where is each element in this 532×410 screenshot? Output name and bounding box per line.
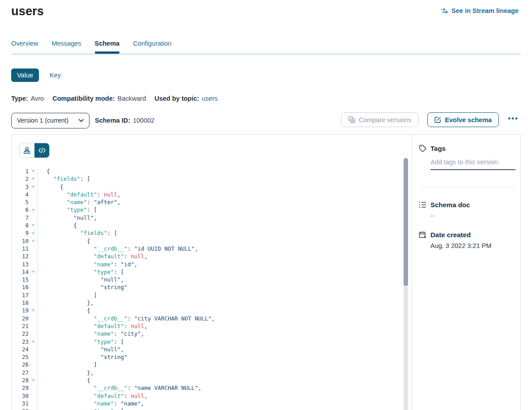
tag-icon bbox=[419, 145, 426, 152]
fold-arrow-icon[interactable] bbox=[31, 209, 35, 211]
code-text: { bbox=[38, 222, 77, 229]
topic-link[interactable]: users bbox=[202, 95, 217, 102]
code-lines: 1{2 "fields": [3 {4 "default": null,5 "n… bbox=[12, 167, 411, 410]
code-text: "name": "city", bbox=[38, 330, 144, 337]
line-number: 11 bbox=[12, 245, 29, 252]
code-line: 8 { bbox=[12, 222, 411, 229]
schema-id: Schema ID: 100002 bbox=[95, 117, 154, 124]
line-number: 28 bbox=[12, 376, 29, 384]
line-number: 24 bbox=[12, 346, 29, 353]
tab-configuration[interactable]: Configuration bbox=[133, 40, 171, 53]
fold-toggle[interactable] bbox=[29, 237, 38, 245]
line-number: 10 bbox=[12, 237, 29, 245]
line-number: 29 bbox=[12, 384, 29, 392]
sidebar-divider bbox=[419, 187, 515, 187]
line-number: 32 bbox=[12, 407, 29, 410]
fold-toggle[interactable] bbox=[29, 175, 38, 183]
stream-lineage-link[interactable]: See in Stream lineage bbox=[441, 7, 519, 14]
line-number: 14 bbox=[12, 268, 29, 276]
tab-schema[interactable]: Schema bbox=[95, 40, 120, 53]
fold-toggle[interactable] bbox=[29, 338, 38, 346]
version-select[interactable]: Version 1 (current) bbox=[11, 113, 89, 128]
fold-toggle[interactable] bbox=[29, 206, 38, 214]
compare-versions-label: Compare versions bbox=[359, 116, 412, 124]
fold-toggle[interactable] bbox=[29, 229, 38, 237]
tabs-underline bbox=[11, 53, 521, 55]
type-meta: Type: Avro bbox=[11, 95, 44, 102]
fold-gutter bbox=[29, 322, 38, 330]
fold-toggle[interactable] bbox=[29, 183, 38, 191]
line-number: 5 bbox=[12, 198, 29, 206]
more-actions-button[interactable]: ••• bbox=[508, 115, 519, 125]
fold-arrow-icon[interactable] bbox=[31, 379, 35, 381]
evolve-schema-label: Evolve schema bbox=[445, 116, 492, 124]
tab-messages[interactable]: Messages bbox=[51, 40, 81, 53]
code-line: 29 "__crdb__": "name VARCHAR NULL", bbox=[12, 384, 411, 392]
code-text: "default": null, bbox=[38, 392, 148, 400]
fold-toggle[interactable] bbox=[29, 307, 38, 314]
fold-arrow-icon[interactable] bbox=[31, 186, 35, 188]
code-text: "fields": [ bbox=[38, 175, 90, 183]
code-view-button[interactable] bbox=[34, 143, 49, 158]
fold-toggle[interactable] bbox=[29, 167, 38, 175]
line-number: 15 bbox=[12, 276, 29, 283]
fold-toggle[interactable] bbox=[29, 376, 38, 384]
code-text: "__crdb__": "city VARCHAR NOT NULL", bbox=[38, 315, 215, 322]
fold-gutter bbox=[29, 291, 38, 299]
fold-arrow-icon[interactable] bbox=[31, 224, 35, 226]
line-number: 2 bbox=[12, 175, 29, 183]
schema-id-value: 100002 bbox=[133, 117, 154, 124]
line-number: 20 bbox=[12, 315, 29, 322]
code-text: "string" bbox=[38, 353, 128, 361]
evolve-schema-icon bbox=[434, 116, 441, 123]
fold-toggle[interactable] bbox=[29, 222, 38, 229]
line-number: 26 bbox=[12, 361, 29, 368]
type-label: Type: bbox=[11, 95, 28, 102]
fold-toggle[interactable] bbox=[29, 407, 38, 410]
fold-arrow-icon[interactable] bbox=[31, 271, 35, 273]
fold-arrow-icon[interactable] bbox=[31, 309, 35, 312]
code-line: 28 { bbox=[12, 376, 411, 384]
tab-overview[interactable]: Overview bbox=[11, 40, 38, 53]
code-text: "type": [ bbox=[38, 268, 124, 276]
code-line: 22 "name": "city", bbox=[12, 330, 411, 337]
code-text: "default": null, bbox=[38, 322, 148, 330]
tab-bar: Overview Messages Schema Configuration bbox=[0, 40, 532, 53]
fold-gutter bbox=[29, 252, 38, 260]
fold-arrow-icon[interactable] bbox=[31, 240, 35, 242]
code-line: 11 "__crdb__": "id UUID NOT NULL", bbox=[12, 245, 411, 252]
code-scrollbar-track[interactable] bbox=[404, 158, 408, 410]
value-toggle-button[interactable]: Value bbox=[11, 68, 39, 82]
code-line: 24 "null", bbox=[12, 346, 411, 353]
fold-arrow-icon[interactable] bbox=[31, 170, 35, 172]
code-scrollbar-thumb[interactable] bbox=[404, 158, 408, 286]
add-tags-input[interactable] bbox=[430, 158, 515, 170]
code-line: 21 "default": null, bbox=[12, 322, 411, 330]
key-toggle-button[interactable]: Key bbox=[50, 72, 61, 79]
fold-gutter bbox=[29, 384, 38, 392]
code-line: 30 "default": null, bbox=[12, 392, 411, 400]
code-line: 25 "string" bbox=[12, 353, 411, 361]
tree-view-button[interactable] bbox=[20, 143, 34, 158]
line-number: 27 bbox=[12, 369, 29, 376]
fold-arrow-icon[interactable] bbox=[31, 178, 35, 180]
code-view-icon bbox=[38, 148, 46, 153]
code-line: 20 "__crdb__": "city VARCHAR NOT NULL", bbox=[12, 315, 411, 322]
type-value: Avro bbox=[31, 95, 44, 102]
line-number: 13 bbox=[12, 261, 29, 268]
code-line: 26 ] bbox=[12, 361, 411, 368]
code-line: 7 "null", bbox=[12, 214, 411, 222]
fold-arrow-icon[interactable] bbox=[31, 232, 35, 235]
line-number: 22 bbox=[12, 330, 29, 337]
fold-gutter bbox=[29, 214, 38, 222]
evolve-schema-button[interactable]: Evolve schema bbox=[427, 112, 499, 127]
schema-doc-heading: Schema doc bbox=[419, 201, 515, 209]
fold-arrow-icon[interactable] bbox=[31, 341, 35, 343]
fold-gutter bbox=[29, 245, 38, 252]
fold-gutter bbox=[29, 369, 38, 376]
fold-gutter bbox=[29, 315, 38, 322]
stream-lineage-icon bbox=[441, 8, 448, 14]
fold-toggle[interactable] bbox=[29, 268, 38, 276]
compare-versions-button[interactable]: Compare versions bbox=[341, 112, 419, 127]
code-line: 13 "name": "id", bbox=[12, 261, 411, 268]
